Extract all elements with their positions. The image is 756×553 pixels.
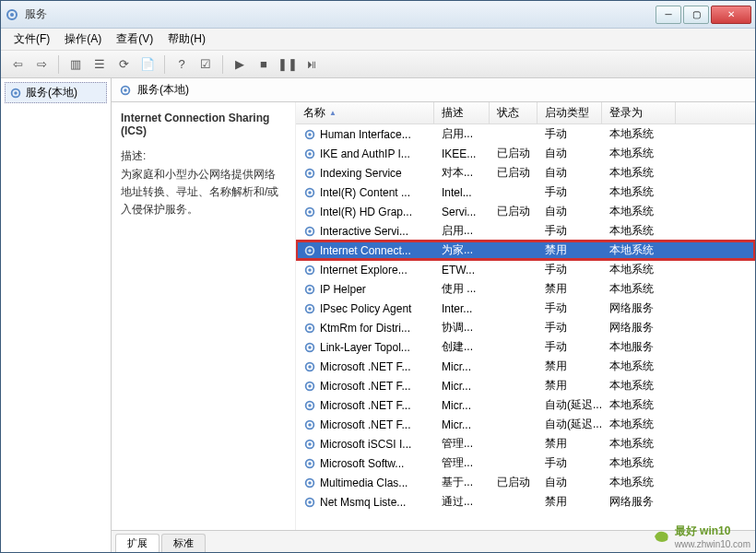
start-button[interactable]: ▶ xyxy=(229,53,251,76)
service-name: Internet Explore... xyxy=(320,264,408,276)
tab-extended[interactable]: 扩展 xyxy=(115,534,159,552)
service-status xyxy=(490,307,537,311)
details-button[interactable]: ☰ xyxy=(89,53,111,76)
column-logon-as[interactable]: 登录为 xyxy=(602,102,676,124)
close-button[interactable]: ✕ xyxy=(711,6,751,24)
column-status[interactable]: 状态 xyxy=(490,102,537,124)
table-row[interactable]: Indexing Service对本...已启动自动本地系统 xyxy=(296,163,755,182)
menu-help[interactable]: 帮助(H) xyxy=(160,29,213,49)
description-text: 为家庭和小型办公网络提供网络地址转换、寻址、名称解析和/或入侵保护服务。 xyxy=(121,166,286,219)
gear-icon xyxy=(119,84,132,97)
svg-point-15 xyxy=(308,210,312,214)
service-status: 已启动 xyxy=(490,163,537,182)
service-status xyxy=(490,346,537,349)
table-row[interactable]: IP Helper使用 ...禁用本地系统 xyxy=(296,279,755,299)
table-row[interactable]: Microsoft Softw...管理...手动本地系统 xyxy=(296,453,755,473)
table-row[interactable]: Internet Explore...ETW...手动本地系统 xyxy=(296,260,755,279)
minimize-button[interactable]: ─ xyxy=(656,6,681,24)
refresh-button[interactable]: ⟳ xyxy=(112,53,135,76)
table-row[interactable]: Microsoft .NET F...Micr...禁用本地系统 xyxy=(296,376,755,395)
service-start-type: 禁用 xyxy=(537,492,602,512)
tab-standard[interactable]: 标准 xyxy=(161,534,206,552)
description-pane: Internet Connection Sharing (ICS) 描述: 为家… xyxy=(112,102,296,530)
gear-icon xyxy=(303,360,316,373)
service-desc: Micr... xyxy=(434,359,490,375)
gear-icon xyxy=(303,147,316,160)
back-button[interactable]: ⇦ xyxy=(6,53,29,76)
svg-point-25 xyxy=(308,307,312,311)
table-row[interactable]: Microsoft iSCSI I...管理...禁用本地系统 xyxy=(296,434,755,453)
service-status xyxy=(490,229,537,233)
service-start-type: 自动 xyxy=(537,163,602,182)
menu-view[interactable]: 查看(V) xyxy=(109,29,160,49)
toolbar: ⇦ ⇨ ▥ ☰ ⟳ 📄 ? ☑ ▶ ■ ❚❚ ⏯ xyxy=(1,51,755,78)
panel-body: Internet Connection Sharing (ICS) 描述: 为家… xyxy=(112,102,755,530)
gear-icon xyxy=(303,244,316,257)
gear-icon xyxy=(303,167,316,180)
column-description[interactable]: 描述 xyxy=(434,102,490,124)
table-row[interactable]: Microsoft .NET F...Micr...禁用本地系统 xyxy=(296,357,755,376)
service-start-type: 禁用 xyxy=(537,241,602,260)
table-row[interactable]: Link-Layer Topol...创建...手动本地服务 xyxy=(296,337,755,357)
menu-file[interactable]: 文件(F) xyxy=(6,29,57,49)
properties-button[interactable]: ☑ xyxy=(195,53,217,76)
panel-header: 服务(本地) xyxy=(112,78,755,102)
table-row[interactable]: Intel(R) Content ...Intel...手动本地系统 xyxy=(296,182,755,202)
watermark: 最好 win10 www.zhwin10.com xyxy=(653,524,750,549)
table-row[interactable]: Net Msmq Liste...通过...禁用网络服务 xyxy=(296,492,755,512)
service-logon: 本地系统 xyxy=(602,260,676,279)
service-desc: 协调... xyxy=(434,318,490,337)
table-row[interactable]: Multimedia Clas...基于...已启动自动本地系统 xyxy=(296,473,755,492)
service-name: Multimedia Clas... xyxy=(320,477,408,489)
table-row[interactable]: Microsoft .NET F...Micr...自动(延迟...本地系统 xyxy=(296,395,755,415)
service-desc: Intel... xyxy=(434,184,490,201)
gear-icon xyxy=(303,264,316,276)
table-row[interactable]: IPsec Policy AgentInter...手动网络服务 xyxy=(296,299,755,318)
window-title: 服务 xyxy=(25,6,656,22)
table-row[interactable]: Interactive Servi...启用...手动本地系统 xyxy=(296,221,755,241)
maximize-button[interactable]: ▢ xyxy=(683,6,709,24)
table-row[interactable]: Microsoft .NET F...Micr...自动(延迟...本地系统 xyxy=(296,415,755,434)
service-name: Internet Connect... xyxy=(320,244,411,257)
export-button[interactable]: 📄 xyxy=(136,53,159,76)
table-row[interactable]: Internet Connect...为家...禁用本地系统 xyxy=(296,241,755,260)
stop-button[interactable]: ■ xyxy=(253,53,275,76)
table-row[interactable]: IKE and AuthIP I...IKEE...已启动自动本地系统 xyxy=(296,144,755,163)
column-startup-type[interactable]: 启动类型 xyxy=(537,102,602,124)
services-list[interactable]: 名称▲ 描述 状态 启动类型 登录为 Human Interface...启用.… xyxy=(296,102,755,530)
service-name: IPsec Policy Agent xyxy=(320,302,411,315)
column-name[interactable]: 名称▲ xyxy=(296,102,434,124)
service-name: Microsoft iSCSI I... xyxy=(320,438,411,451)
gear-icon xyxy=(303,128,316,141)
services-window: 服务 ─ ▢ ✕ 文件(F) 操作(A) 查看(V) 帮助(H) ⇦ ⇨ ▥ ☰… xyxy=(0,0,756,553)
show-hide-tree-button[interactable]: ▥ xyxy=(65,53,87,76)
pause-button[interactable]: ❚❚ xyxy=(277,53,299,76)
service-desc: Servi... xyxy=(434,204,490,220)
service-status xyxy=(490,288,537,291)
service-status: 已启动 xyxy=(490,144,537,163)
table-row[interactable]: Intel(R) HD Grap...Servi...已启动自动本地系统 xyxy=(296,202,755,221)
svg-point-35 xyxy=(308,404,312,407)
forward-button[interactable]: ⇨ xyxy=(30,53,53,76)
gear-icon xyxy=(9,87,22,100)
service-logon: 本地系统 xyxy=(602,453,676,473)
svg-point-23 xyxy=(308,288,312,291)
menu-action[interactable]: 操作(A) xyxy=(57,29,109,49)
table-row[interactable]: KtmRm for Distri...协调...手动网络服务 xyxy=(296,318,755,337)
table-row[interactable]: Human Interface...启用...手动本地系统 xyxy=(296,124,755,144)
service-status: 已启动 xyxy=(490,473,537,492)
service-desc: IKEE... xyxy=(434,146,490,162)
gear-icon xyxy=(303,477,316,489)
service-logon: 本地系统 xyxy=(602,163,676,182)
window-buttons: ─ ▢ ✕ xyxy=(656,6,751,24)
service-start-type: 手动 xyxy=(537,453,602,473)
titlebar: 服务 ─ ▢ ✕ xyxy=(1,1,755,29)
svg-point-45 xyxy=(308,500,312,504)
service-start-type: 手动 xyxy=(537,337,602,357)
service-start-type: 禁用 xyxy=(537,434,602,453)
help-button[interactable]: ? xyxy=(171,53,193,76)
tree-node-services-local[interactable]: 服务(本地) xyxy=(5,82,107,103)
service-logon: 本地系统 xyxy=(602,221,676,241)
restart-button[interactable]: ⏯ xyxy=(301,53,323,76)
service-desc: 管理... xyxy=(434,453,490,473)
